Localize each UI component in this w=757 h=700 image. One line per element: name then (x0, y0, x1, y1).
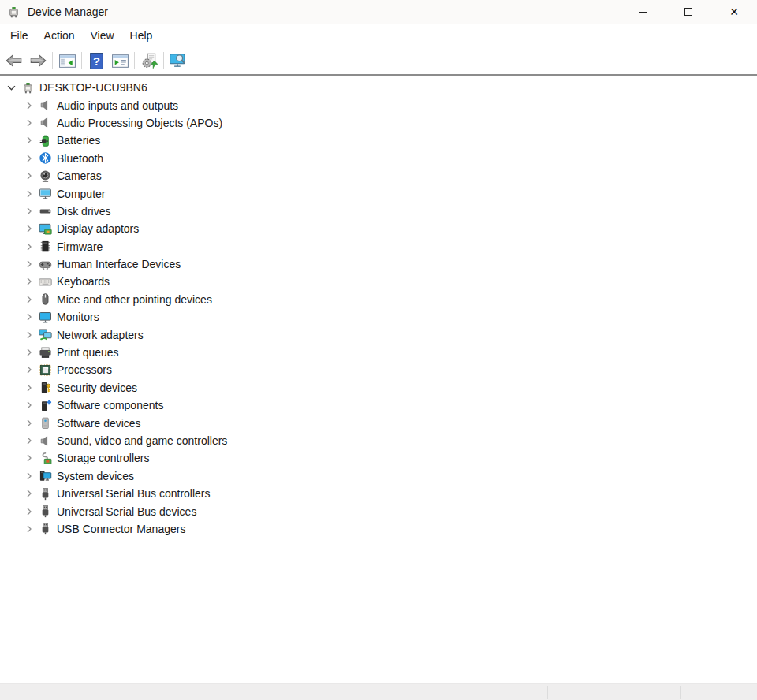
tree-item-computer[interactable]: Computer (0, 184, 757, 202)
tree-item-keyboards[interactable]: Keyboards (0, 273, 757, 290)
device-manager-icon (21, 81, 35, 95)
chevron-right-icon[interactable] (22, 346, 35, 359)
titlebar: Device Manager ✕ (0, 0, 757, 24)
chevron-right-icon[interactable] (22, 169, 35, 183)
chevron-right-icon[interactable] (22, 187, 35, 200)
minimize-button[interactable] (620, 0, 666, 24)
tree-item-label: Sound, video and game controllers (57, 434, 227, 447)
chevron-right-icon[interactable] (22, 416, 35, 430)
show-console-tree-button[interactable] (55, 50, 79, 72)
scan-for-hardware-changes-button[interactable] (137, 50, 161, 72)
tree-item-processors[interactable]: Processors (0, 361, 757, 378)
tree-item-universal-serial-bus-controllers[interactable]: Universal Serial Bus controllers (0, 485, 757, 502)
toolbar-divider (0, 74, 757, 76)
tree-item-label: Human Interface Devices (57, 258, 181, 270)
tree-item-label: Monitors (57, 311, 99, 323)
tree-item-storage-controllers[interactable]: Storage controllers (0, 449, 757, 467)
chevron-right-icon[interactable] (22, 222, 35, 236)
chevron-right-icon[interactable] (22, 99, 35, 112)
tree-item-cameras[interactable]: Cameras (0, 167, 757, 184)
close-icon: ✕ (729, 6, 739, 17)
tree-item-disk-drives[interactable]: Disk drives (0, 203, 757, 220)
keyboard-icon (38, 275, 52, 289)
chevron-right-icon[interactable] (22, 469, 35, 482)
chevron-right-icon[interactable] (22, 258, 35, 271)
maximize-button[interactable] (666, 0, 711, 24)
forward-button[interactable] (26, 50, 50, 72)
firmware-icon (38, 240, 52, 253)
menu-file[interactable]: File (2, 24, 36, 47)
tree-item-label: Display adaptors (57, 222, 139, 235)
network-icon (38, 328, 52, 341)
tree-item-security-devices[interactable]: Security devices (0, 379, 757, 397)
close-button[interactable]: ✕ (711, 0, 757, 24)
arrow-right-icon (28, 51, 47, 70)
chevron-right-icon[interactable] (22, 328, 35, 341)
chevron-right-icon[interactable] (22, 434, 35, 448)
tree-item-label: Network adapters (57, 329, 144, 341)
battery-icon (38, 134, 52, 147)
device-manager-window: Device Manager ✕ FileActionViewHelp ? (0, 0, 757, 700)
tree-item-bluetooth[interactable]: Bluetooth (0, 150, 757, 167)
chevron-right-icon[interactable] (22, 151, 35, 165)
tree-item-sound-video-and-game-controllers[interactable]: Sound, video and game controllers (0, 432, 757, 449)
menu-view[interactable]: View (82, 24, 121, 47)
software-component-icon (38, 399, 52, 412)
tree-item-firmware[interactable]: Firmware (0, 238, 757, 255)
tree-item-mice-and-other-pointing-devices[interactable]: Mice and other pointing devices (0, 291, 757, 308)
tree-item-human-interface-devices[interactable]: Human Interface Devices (0, 255, 757, 273)
help-button[interactable]: ? (84, 50, 108, 72)
chevron-right-icon[interactable] (22, 204, 35, 218)
chevron-right-icon[interactable] (22, 116, 35, 129)
chevron-right-icon[interactable] (22, 505, 35, 518)
chevron-right-icon[interactable] (22, 452, 35, 465)
arrow-left-icon (5, 51, 24, 70)
chevron-right-icon[interactable] (22, 292, 35, 306)
tree-item-audio-inputs-and-outputs[interactable]: Audio inputs and outputs (0, 96, 757, 114)
security-key-icon (38, 381, 52, 394)
tree-item-print-queues[interactable]: Print queues (0, 344, 757, 361)
toolbar-separator (134, 52, 135, 69)
tree-item-software-devices[interactable]: Software devices (0, 414, 757, 431)
tree-item-system-devices[interactable]: System devices (0, 467, 757, 485)
usb-icon (38, 522, 52, 535)
statusbar-divider (547, 686, 548, 699)
storage-icon (38, 452, 52, 465)
menu-help[interactable]: Help (122, 24, 161, 47)
chevron-right-icon[interactable] (22, 275, 35, 289)
chevron-down-icon[interactable] (5, 81, 18, 95)
tree-item-label: Print queues (57, 346, 119, 359)
back-button[interactable] (2, 50, 26, 72)
tree-item-label: Universal Serial Bus devices (57, 505, 196, 518)
chevron-right-icon[interactable] (22, 240, 35, 253)
tree-item-batteries[interactable]: Batteries (0, 132, 757, 149)
chevron-right-icon[interactable] (22, 134, 35, 147)
chevron-right-icon[interactable] (22, 311, 35, 324)
toolbar-separator (163, 52, 164, 69)
tree-item-audio-processing-objects-apos[interactable]: Audio Processing Objects (APOs) (0, 114, 757, 132)
tree-item-network-adapters[interactable]: Network adapters (0, 326, 757, 343)
scan-hardware-icon (140, 52, 158, 70)
tree-item-universal-serial-bus-devices[interactable]: Universal Serial Bus devices (0, 502, 757, 519)
tree-item-label: Software devices (57, 417, 141, 430)
menubar: FileActionViewHelp (0, 24, 757, 47)
properties-button[interactable] (108, 50, 132, 72)
chevron-right-icon[interactable] (22, 363, 35, 377)
chevron-right-icon[interactable] (22, 381, 35, 394)
tree-item-monitors[interactable]: Monitors (0, 308, 757, 326)
console-tree-icon (58, 52, 76, 70)
chevron-right-icon[interactable] (22, 487, 35, 501)
tree-item-display-adaptors[interactable]: Display adaptors (0, 220, 757, 237)
tree-item-software-components[interactable]: Software components (0, 397, 757, 414)
chevron-right-icon[interactable] (22, 522, 35, 535)
tree-item-desktop-ucu9bn6[interactable]: DESKTOP-UCU9BN6 (0, 79, 757, 96)
camera-icon (38, 169, 52, 183)
tree-item-label: Audio inputs and outputs (57, 99, 178, 112)
tree-item-label: Cameras (57, 169, 102, 182)
tree-item-usb-connector-managers[interactable]: USB Connector Managers (0, 520, 757, 538)
minimize-icon (639, 12, 647, 13)
remote-computer-button[interactable] (166, 50, 190, 72)
toolbar-separator (81, 52, 82, 69)
menu-action[interactable]: Action (36, 24, 83, 47)
chevron-right-icon[interactable] (22, 399, 35, 412)
